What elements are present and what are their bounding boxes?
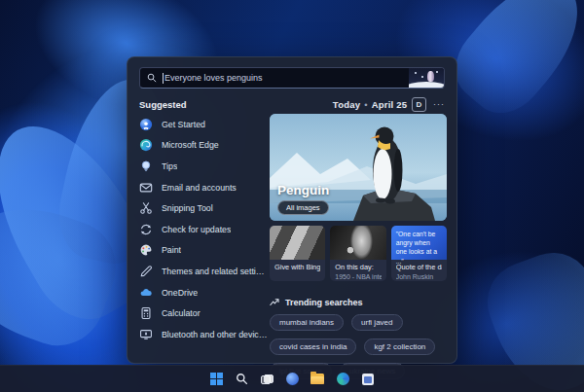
themes-icon bbox=[139, 265, 153, 278]
suggested-heading: Suggested bbox=[139, 99, 187, 110]
suggested-item-tips[interactable]: Tips bbox=[139, 156, 268, 177]
file-explorer-icon bbox=[310, 374, 324, 384]
penguin-image-card[interactable]: Penguin All images bbox=[270, 114, 447, 221]
get-started-icon bbox=[139, 118, 153, 131]
update-icon bbox=[139, 223, 153, 236]
on-this-day-image bbox=[330, 226, 385, 260]
microsoft-edge-icon bbox=[139, 138, 153, 152]
suggested-item-label: Microsoft Edge bbox=[162, 140, 219, 150]
suggested-item-themes-settings[interactable]: Themes and related settings bbox=[139, 261, 268, 282]
card-caption: Give with Bing bbox=[274, 263, 320, 272]
today-date-heading: Today•April 25 bbox=[281, 99, 458, 110]
windows-search-panel: Everyone loves penguins Suggested Today•… bbox=[127, 56, 457, 364]
search-icon bbox=[236, 373, 248, 385]
bluetooth-devices-icon bbox=[139, 328, 153, 341]
suggested-item-label: Snipping Tool bbox=[162, 203, 213, 213]
card-subcaption: John Ruskin bbox=[396, 272, 442, 281]
trending-pill[interactable]: urfi javed bbox=[351, 314, 402, 331]
task-view-button[interactable] bbox=[259, 372, 274, 387]
windows-logo-icon bbox=[210, 373, 223, 385]
suggested-item-label: Bluetooth and other devices sett... bbox=[162, 330, 268, 339]
trending-pill[interactable]: covid cases in india bbox=[270, 339, 356, 355]
suggested-item-label: Check for updates bbox=[162, 225, 231, 234]
hero-title: Penguin bbox=[277, 183, 329, 197]
on-this-day-card[interactable]: On this day: 1950 - NBA inte... bbox=[330, 226, 385, 281]
suggested-item-label: Themes and related settings bbox=[162, 267, 268, 276]
suggested-item-bluetooth-devices[interactable]: Bluetooth and other devices sett... bbox=[139, 324, 268, 345]
calculator-icon bbox=[139, 306, 153, 320]
suggested-item-email-accounts[interactable]: Email and accounts bbox=[139, 177, 268, 198]
taskbar-search-button[interactable] bbox=[234, 372, 249, 387]
edge-icon bbox=[337, 373, 349, 385]
task-view-icon bbox=[261, 374, 273, 384]
tips-icon bbox=[139, 160, 153, 173]
suggested-item-label: Paint bbox=[162, 245, 181, 255]
search-icon bbox=[147, 73, 157, 83]
store-icon bbox=[362, 374, 374, 385]
suggested-item-label: Tips bbox=[162, 161, 177, 171]
edge-button[interactable] bbox=[335, 372, 350, 387]
suggested-item-get-started[interactable]: Get Started bbox=[139, 114, 268, 135]
trending-pill[interactable]: kgf 2 collection bbox=[364, 339, 435, 355]
taskbar bbox=[0, 365, 584, 392]
widgets-button[interactable] bbox=[284, 372, 300, 387]
suggested-item-onedrive[interactable]: OneDrive bbox=[139, 282, 268, 303]
suggested-item-label: Get Started bbox=[162, 120, 205, 129]
widgets-icon bbox=[286, 373, 299, 385]
trending-icon bbox=[270, 298, 279, 307]
suggested-item-label: OneDrive bbox=[162, 288, 198, 298]
quote-of-the-day-card[interactable]: "One can't be angry when one looks at a … bbox=[391, 226, 447, 281]
search-results-column: Penguin All images Give with Bing On thi… bbox=[270, 114, 447, 379]
trending-pill[interactable]: mumbai indians bbox=[270, 314, 344, 331]
suggested-item-label: Email and accounts bbox=[162, 183, 237, 193]
suggested-item-paint[interactable]: Paint bbox=[139, 240, 268, 262]
paint-icon bbox=[139, 243, 153, 257]
store-button[interactable] bbox=[360, 372, 376, 387]
suggested-item-calculator[interactable]: Calculator bbox=[139, 303, 268, 324]
give-with-bing-card[interactable]: Give with Bing bbox=[270, 226, 325, 281]
text-caret bbox=[163, 73, 164, 84]
search-query-text: Everyone loves penguins bbox=[164, 73, 263, 83]
card-subcaption: 1950 - NBA inte... bbox=[335, 272, 381, 281]
file-explorer-button[interactable] bbox=[310, 372, 325, 387]
card-caption: Quote of the day: bbox=[396, 263, 442, 272]
suggested-item-check-for-updates[interactable]: Check for updates bbox=[139, 219, 268, 240]
card-caption: On this day: bbox=[335, 263, 381, 272]
onedrive-icon bbox=[139, 286, 153, 300]
trending-heading: Trending searches bbox=[285, 298, 363, 307]
penguin-night-illustration bbox=[409, 68, 444, 88]
start-button[interactable] bbox=[208, 372, 224, 387]
suggested-list: Get Started Microsoft Edge Tips Emai bbox=[139, 114, 268, 345]
email-icon bbox=[139, 181, 153, 195]
panel-header: Suggested Today•April 25 D ··· bbox=[139, 96, 445, 112]
suggested-item-microsoft-edge[interactable]: Microsoft Edge bbox=[139, 135, 268, 157]
suggested-item-label: Calculator bbox=[162, 308, 201, 318]
search-input[interactable]: Everyone loves penguins bbox=[139, 67, 445, 89]
cards-row: Give with Bing On this day: 1950 - NBA i… bbox=[270, 226, 447, 281]
snipping-tool-icon bbox=[139, 201, 153, 215]
give-with-bing-image bbox=[270, 226, 325, 260]
quote-image: "One can't be angry when one looks at a … bbox=[391, 226, 447, 260]
all-images-button[interactable]: All images bbox=[277, 200, 329, 215]
suggested-item-snipping-tool[interactable]: Snipping Tool bbox=[139, 197, 268, 219]
